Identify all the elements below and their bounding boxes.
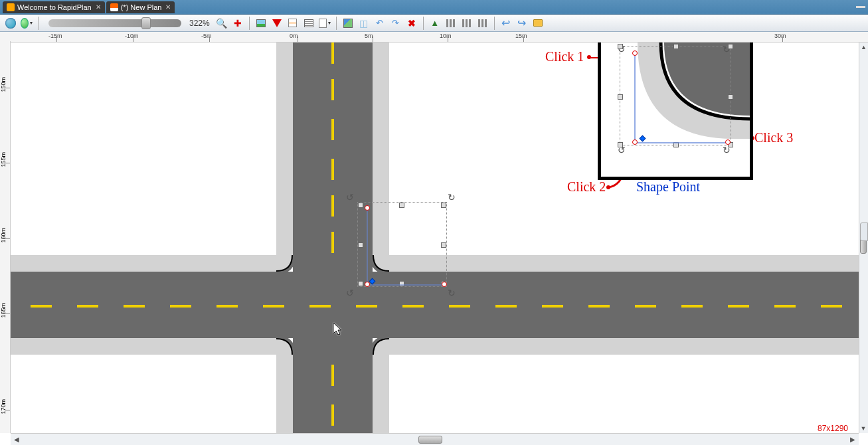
rotate-handle-tr[interactable]: ↻ — [448, 192, 458, 203]
align-left-button[interactable] — [444, 17, 458, 30]
magnifier-icon: 🔍 — [216, 18, 227, 29]
canvas[interactable]: ↺ ↻ ↺ ↻ — [11, 43, 859, 433]
control-point-3[interactable] — [442, 282, 447, 287]
send-back-button[interactable]: ◫ — [357, 17, 371, 30]
undo-icon: ↩ — [501, 17, 510, 29]
scroll-track-h[interactable] — [23, 435, 847, 444]
zoom-slider[interactable] — [48, 19, 181, 27]
scroll-left-arrow[interactable]: ◀ — [11, 434, 23, 445]
form-icon — [288, 19, 297, 27]
page-icon — [319, 19, 327, 28]
collapse-panel-handle[interactable] — [860, 222, 868, 241]
separator — [494, 17, 495, 30]
form-button[interactable] — [286, 17, 300, 30]
ruler-vertical: 150m155m160m165m170m — [0, 41, 11, 433]
map-icon — [21, 18, 29, 29]
align-center-button[interactable] — [460, 17, 474, 30]
status-dimensions: 87x1290 — [818, 424, 848, 433]
redo-icon: ↪ — [517, 17, 526, 29]
svg-point-4 — [606, 185, 610, 189]
delete-icon: ✖ — [408, 18, 416, 29]
rotate-handle-tl[interactable]: ↺ — [346, 192, 357, 203]
close-icon[interactable]: ✕ — [96, 3, 101, 11]
flip-icon: ▲ — [430, 18, 439, 28]
zoom-tool-button[interactable]: 🔍 — [215, 17, 228, 30]
scroll-thumb-h[interactable] — [418, 436, 442, 444]
folder-icon — [533, 19, 543, 27]
zoom-value: 322% — [189, 19, 210, 28]
map-button[interactable]: ▾ — [20, 17, 33, 30]
toolbar: ▾ 322% 🔍 ✚ ▾ ◫ ↶ ↷ ✖ ▲ ↩ ↪ — [0, 15, 868, 32]
tab-welcome[interactable]: Welcome to RapidPlan ✕ — [3, 1, 105, 13]
control-point-2[interactable] — [365, 282, 370, 287]
rotate-ccw-button[interactable]: ↶ — [373, 17, 387, 30]
send-back-icon: ◫ — [359, 18, 368, 29]
table-button[interactable] — [302, 17, 315, 30]
scroll-up-arrow[interactable]: ▲ — [860, 43, 868, 52]
align-left-icon — [446, 19, 456, 27]
yield-icon — [272, 19, 282, 27]
rapidplan-icon — [7, 3, 15, 11]
slider-thumb[interactable] — [141, 17, 151, 29]
annotation-click1: Click 1 — [545, 49, 584, 64]
undo-button[interactable]: ↩ — [499, 17, 513, 30]
redo-button[interactable]: ↪ — [515, 17, 529, 30]
mouse-cursor — [333, 323, 344, 339]
annotation-click2: Click 2 — [567, 179, 606, 195]
chevron-down-icon: ▾ — [328, 20, 331, 26]
control-point-1[interactable] — [365, 205, 370, 211]
annotation-click3: Click 3 — [754, 130, 793, 145]
annotation-dot — [587, 55, 591, 59]
align-right-icon — [478, 19, 487, 27]
image-icon — [256, 19, 266, 27]
crosshair-button[interactable]: ✚ — [231, 17, 244, 30]
tab-newplan[interactable]: (*) New Plan ✕ — [106, 1, 175, 13]
chevron-down-icon: ▾ — [30, 20, 33, 26]
separator — [423, 17, 424, 30]
inset-detail-box: ↺ ↻ ↺ ↻ — [598, 43, 753, 180]
delete-button[interactable]: ✖ — [405, 17, 418, 30]
flip-button[interactable]: ▲ — [428, 17, 442, 30]
rotate-cw-button[interactable]: ↷ — [389, 17, 402, 30]
rotate-handle-bl[interactable]: ↺ — [346, 288, 357, 298]
open-button[interactable] — [531, 17, 545, 30]
title-bar-handle — [856, 6, 865, 8]
scroll-down-arrow[interactable]: ▼ — [859, 424, 867, 433]
ruler-horizontal: -15m-10m-5m0m5m10m15m30m — [0, 32, 868, 43]
globe-button[interactable] — [4, 17, 17, 30]
align-center-icon — [462, 19, 472, 27]
layers-icon — [343, 19, 353, 28]
vlc-icon — [110, 3, 118, 11]
tab-label: Welcome to RapidPlan — [17, 3, 92, 11]
selection-bounds[interactable]: ↺ ↻ ↺ ↻ — [357, 202, 447, 287]
scrollbar-horizontal[interactable]: ◀ ▶ — [11, 433, 859, 445]
title-bar: Welcome to RapidPlan ✕ (*) New Plan ✕ — [0, 0, 868, 15]
yield-sign-button[interactable] — [270, 17, 284, 30]
align-right-button[interactable] — [476, 17, 489, 30]
rotate-cw-icon: ↷ — [392, 18, 399, 28]
image-button[interactable] — [254, 17, 268, 30]
table-icon — [304, 19, 313, 27]
tab-label: (*) New Plan — [121, 3, 162, 11]
globe-icon — [5, 18, 16, 29]
page-button[interactable]: ▾ — [318, 17, 331, 30]
crosshair-icon: ✚ — [234, 18, 242, 29]
separator — [336, 17, 337, 30]
separator — [38, 17, 39, 30]
separator — [249, 17, 250, 30]
layers-button[interactable] — [341, 17, 355, 30]
close-icon[interactable]: ✕ — [165, 3, 171, 11]
scroll-right-arrow[interactable]: ▶ — [847, 434, 859, 445]
rotate-ccw-icon: ↶ — [376, 18, 383, 28]
